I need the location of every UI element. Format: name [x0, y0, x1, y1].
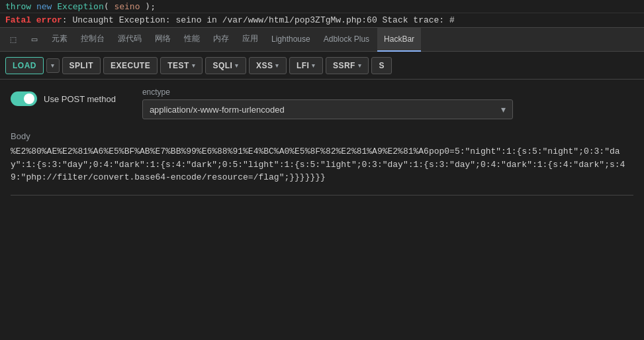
enctype-dropdown-arrow: ▾ — [501, 104, 506, 115]
tab-lighthouse[interactable]: Lighthouse — [265, 28, 317, 52]
more-button[interactable]: S — [371, 57, 392, 74]
new-keyword: new — [36, 1, 52, 11]
tab-sources[interactable]: 源代码 — [111, 28, 148, 52]
lfi-button[interactable]: LFI ▾ — [289, 57, 323, 74]
sqli-label: SQLI — [212, 61, 232, 70]
test-arrow-icon: ▾ — [192, 62, 196, 69]
fatal-colon: : — [62, 15, 68, 25]
tab-network[interactable]: 网络 — [148, 28, 177, 52]
options-row: Use POST method enctype application/x-ww… — [11, 87, 633, 119]
tab-elements[interactable]: 元素 — [45, 28, 74, 52]
ssrf-arrow-icon: ▾ — [358, 62, 362, 69]
body-section: Body %E2%80%AE%E2%81%A6%E5%BF%AB%E7%BB%9… — [11, 131, 633, 184]
post-method-toggle[interactable] — [11, 91, 37, 106]
load-arrow-icon: ▾ — [51, 62, 55, 69]
tab-application[interactable]: 应用 — [236, 28, 265, 52]
post-method-label: Use POST method — [44, 94, 116, 104]
ssrf-button[interactable]: SSRF ▾ — [326, 57, 369, 74]
hackbar-content: Use POST method enctype application/x-ww… — [0, 80, 644, 203]
xss-button[interactable]: XSS ▾ — [249, 57, 287, 74]
device-icon[interactable]: ▭ — [24, 29, 45, 50]
throw-keyword: throw — [5, 1, 31, 11]
bottom-divider — [11, 195, 633, 196]
paren-open: ( — [104, 1, 109, 11]
enctype-value: application/x-www-form-urlencoded — [150, 105, 285, 115]
fatal-label: Fatal error — [5, 15, 62, 25]
paren-close: ); — [145, 1, 156, 11]
ssrf-label: SSRF — [333, 61, 355, 70]
sqli-arrow-icon: ▾ — [235, 62, 239, 69]
post-method-toggle-group: Use POST method — [11, 91, 116, 106]
fatal-error-bar: Fatal error: Uncaught Exception: seino i… — [0, 13, 644, 28]
tab-memory[interactable]: 内存 — [207, 28, 236, 52]
tab-hackbar[interactable]: HackBar — [377, 28, 421, 52]
devtools-tabbar: ⬚ ▭ 元素 控制台 源代码 网络 性能 内存 应用 Lighthouse Ad… — [0, 28, 644, 52]
execute-button[interactable]: EXECUTE — [103, 57, 158, 74]
test-label: TEST — [167, 61, 189, 70]
tab-performance[interactable]: 性能 — [177, 28, 207, 52]
inspect-icon[interactable]: ⬚ — [3, 29, 24, 50]
xss-label: XSS — [256, 61, 273, 70]
load-button[interactable]: LOAD — [5, 57, 44, 74]
exception-class: Exception — [57, 1, 103, 11]
tab-console[interactable]: 控制台 — [74, 28, 111, 52]
lfi-label: LFI — [297, 61, 310, 70]
body-content[interactable]: %E2%80%AE%E2%81%A6%E5%BF%AB%E7%BB%99%E6%… — [11, 145, 633, 184]
xss-arrow-icon: ▾ — [275, 62, 279, 69]
tab-adblock[interactable]: Adblock Plus — [317, 28, 376, 52]
toggle-thumb — [24, 93, 34, 104]
load-dropdown-button[interactable]: ▾ — [46, 58, 60, 73]
split-button[interactable]: SPLIT — [62, 57, 101, 74]
exception-arg: seino — [114, 1, 140, 11]
test-button[interactable]: TEST ▾ — [160, 57, 203, 74]
lfi-arrow-icon: ▾ — [312, 62, 316, 69]
error-throw-line: throw new Exception( seino ); — [0, 0, 644, 13]
enctype-label: enctype — [142, 87, 513, 97]
hackbar-toolbar: LOAD ▾ SPLIT EXECUTE TEST ▾ SQLI ▾ XSS ▾… — [0, 52, 644, 80]
enctype-select[interactable]: application/x-www-form-urlencoded ▾ — [142, 99, 513, 119]
sqli-button[interactable]: SQLI ▾ — [205, 57, 246, 74]
fatal-message: Uncaught Exception: seino in /var/www/ht… — [68, 15, 455, 25]
body-label: Body — [11, 131, 633, 141]
enctype-group: enctype application/x-www-form-urlencode… — [142, 87, 513, 119]
